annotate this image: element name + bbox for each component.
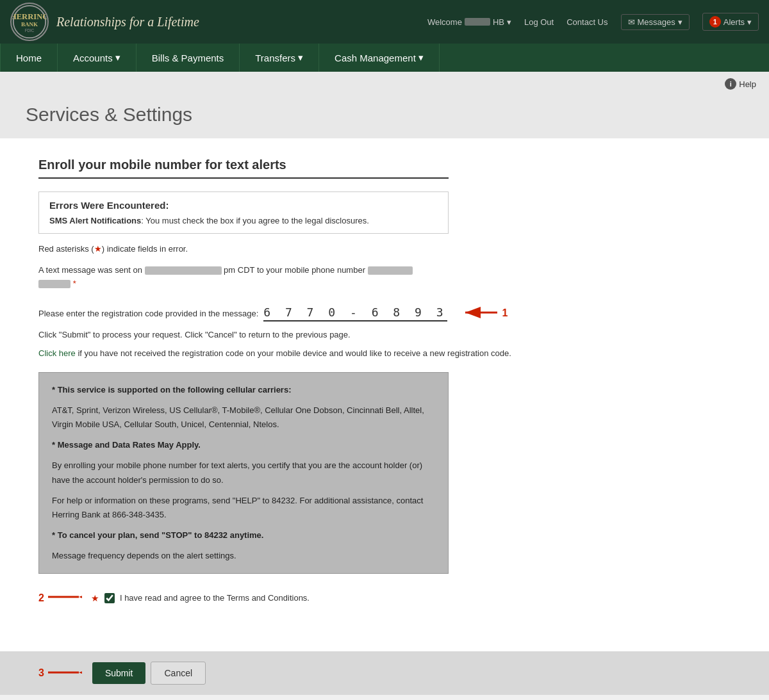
cancel-plan-text: * To cancel your plan, send "STOP" to 84… [52,530,263,540]
footer-bar: 3 Submit Cancel [0,651,769,695]
annotation-1-number: 1 [502,307,508,319]
nav-cash-management[interactable]: Cash Management ▾ [319,44,440,72]
alerts-chevron: ▾ [747,17,752,27]
cancel-plan: * To cancel your plan, send "STOP" to 84… [52,528,435,542]
annotation-3-area: 3 [38,665,82,682]
message-freq: Message frequency depends on the alert s… [52,549,435,563]
resend-text: Click here if you have not received the … [38,347,731,360]
arrow-1-icon [460,304,499,323]
nav-accounts[interactable]: Accounts ▾ [58,44,136,72]
resend-description: if you have not received the registratio… [76,348,511,358]
cash-management-chevron: ▾ [418,52,424,63]
accounts-chevron: ▾ [115,52,120,63]
date-blur [145,266,222,275]
text-sent-prefix: A text message was sent on [38,265,142,275]
envelope-icon: ✉ [628,17,635,27]
svg-text:HERRING: HERRING [12,12,47,21]
reg-code-row: Please enter the registration code provi… [38,304,731,323]
help-icon: i [725,78,736,90]
carriers-box: * This service is supported on the follo… [38,372,449,574]
messages-chevron: ▾ [678,17,682,27]
main-nav: Home Accounts ▾ Bills & Payments Transfe… [0,44,769,72]
error-message: SMS Alert Notifications: You must check … [49,216,438,225]
terms-checkbox-row: 2 ★ I have read and agree to the Terms a… [38,589,731,606]
svg-text:FDIC: FDIC [25,28,35,33]
data-rates: * Message and Data Rates May Apply. [52,438,435,452]
error-sms-label: SMS Alert Notifications [49,216,141,225]
svg-text:BANK: BANK [21,21,38,28]
welcome-text: Welcome HB ▾ [427,17,511,27]
nav-bills-payments[interactable]: Bills & Payments [136,44,240,72]
phone-blur-2 [38,280,70,288]
transfers-chevron: ▾ [298,52,303,63]
checkbox-required-star: ★ [91,593,99,603]
error-title: Errors Were Encountered: [49,200,438,211]
top-right-nav: Welcome HB ▾ Log Out Contact Us ✉ Messag… [427,13,759,31]
main-content: Enroll your mobile number for text alert… [0,138,769,651]
section-title: Enroll your mobile number for text alert… [38,158,449,179]
messages-label: Messages [638,17,675,27]
arrow-3-icon [47,665,82,682]
top-bar: HERRING BANK FDIC Relationships for a Li… [0,0,769,44]
welcome-blur [465,18,490,26]
logo-area: HERRING BANK FDIC Relationships for a Li… [10,3,199,41]
welcome-initials: HB [493,17,504,27]
arrow-2-icon [47,589,82,606]
nav-home[interactable]: Home [0,44,58,72]
terms-label: I have read and agree to the Terms and C… [120,593,310,603]
carriers-title-text: * This service is supported on the follo… [52,385,292,395]
required-star: * [73,279,76,288]
submit-button[interactable]: Submit [92,662,146,684]
reg-code-display: 6 7 7 0 - 6 8 9 3 [263,305,447,322]
alerts-label: Alerts [724,17,745,27]
help-link[interactable]: i Help [725,78,756,90]
contact-link[interactable]: Contact Us [566,17,608,27]
welcome-chevron: ▾ [507,17,511,27]
terms-checkbox[interactable] [104,593,115,603]
cancel-button[interactable]: Cancel [151,662,206,685]
help-label: Help [739,79,756,89]
bank-logo: HERRING BANK FDIC [10,3,49,41]
red-star-icon: ★ [94,244,102,254]
welcome-label: Welcome [427,17,462,27]
annotation-1-area: 1 [460,304,508,323]
error-box: Errors Were Encountered: SMS Alert Notif… [38,191,449,234]
messages-button[interactable]: ✉ Messages ▾ [621,14,690,30]
data-rates-text: * Message and Data Rates May Apply. [52,440,201,450]
nav-transfers[interactable]: Transfers ▾ [240,44,319,72]
click-here-link[interactable]: Click here [38,348,76,358]
alerts-button[interactable]: 1 Alerts ▾ [702,13,759,31]
phone-blur [368,266,413,275]
text-sent-info: A text message was sent on pm CDT to you… [38,264,731,291]
carriers-title: * This service is supported on the follo… [52,383,435,397]
carriers-list: AT&T, Sprint, Verizon Wireless, US Cellu… [52,403,435,432]
page-title: Services & Settings [26,104,743,126]
annotation-2-area: 2 [38,589,82,606]
alerts-badge: 1 [709,16,721,28]
nav-accounts-label: Accounts [73,53,113,63]
submit-instructions: Click "Submit" to process your request. … [38,330,731,339]
page-header: i Help [0,72,769,96]
page-title-area: Services & Settings [0,96,769,138]
annotation-3-number: 3 [38,667,44,679]
reg-code-label: Please enter the registration code provi… [38,309,258,318]
enroll-certify: By enrolling your mobile phone number fo… [52,459,435,487]
error-sms-text: : You must check the box if you agree to… [141,216,369,225]
logout-link[interactable]: Log Out [524,17,554,27]
help-info: For help or information on these program… [52,494,435,522]
logo-tagline: Relationships for a Lifetime [56,15,199,29]
nav-transfers-label: Transfers [255,53,295,63]
annotation-2-number: 2 [38,592,44,604]
nav-cash-management-label: Cash Management [335,53,416,63]
asterisk-note: Red asterisks (★) indicate fields in err… [38,244,731,254]
